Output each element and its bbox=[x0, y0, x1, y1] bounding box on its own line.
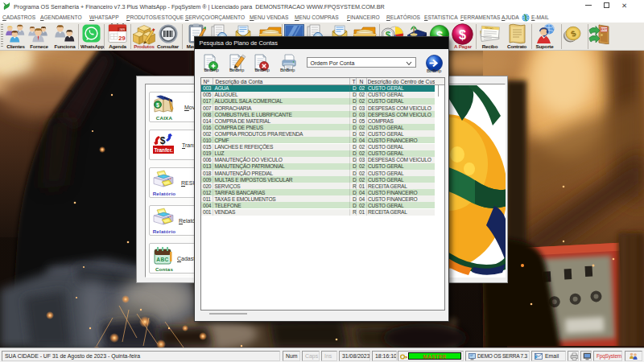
svg-text:RECIBO: RECIBO bbox=[485, 27, 494, 31]
svg-text:Tranfer.: Tranfer. bbox=[154, 147, 172, 153]
svg-text:$: $ bbox=[160, 135, 166, 146]
svg-text:ABC: ABC bbox=[156, 257, 169, 262]
svg-text:29: 29 bbox=[118, 35, 125, 42]
svg-text:$: $ bbox=[156, 102, 159, 109]
svg-text:$: $ bbox=[459, 28, 466, 42]
svg-text:EXIT: EXIT bbox=[601, 28, 608, 31]
svg-text:JAN: JAN bbox=[119, 28, 125, 31]
